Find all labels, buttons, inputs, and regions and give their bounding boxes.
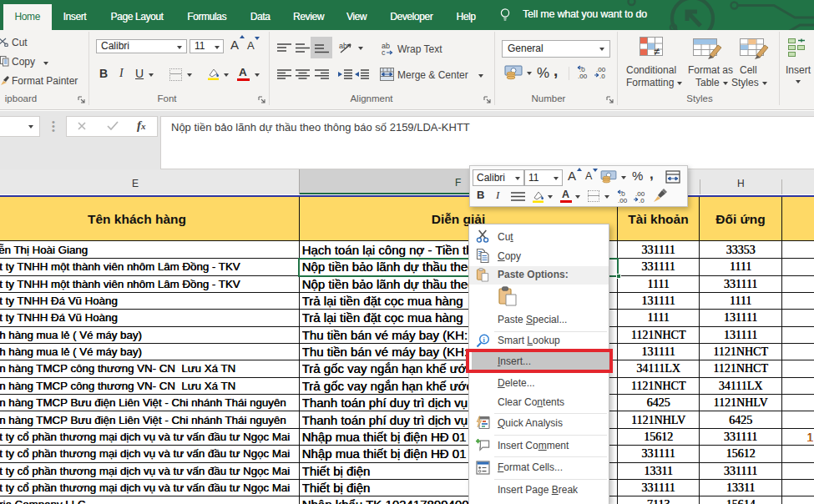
svg-text:.00: .00 [578, 73, 588, 79]
svg-text:ab: ab [339, 42, 347, 50]
svg-text:.0: .0 [639, 197, 645, 204]
svg-text:.00: .00 [618, 197, 628, 204]
svg-text:c: c [382, 48, 386, 55]
svg-text:.0: .0 [599, 73, 605, 79]
svg-text:≠: ≠ [654, 45, 660, 58]
